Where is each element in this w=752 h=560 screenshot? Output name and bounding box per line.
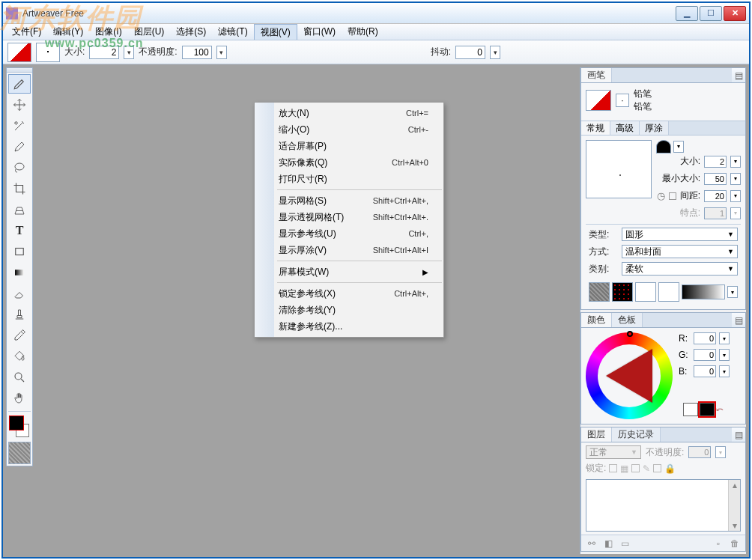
layer-list[interactable]: ▴▾ <box>586 479 741 532</box>
fg-chip[interactable] <box>683 403 698 416</box>
fg-color-swatch[interactable] <box>10 416 23 430</box>
b-label: B: <box>679 366 691 377</box>
menu-view[interactable]: 视图(V) <box>254 24 297 40</box>
brush-spacing-dd[interactable]: ▾ <box>730 190 741 202</box>
color-tab[interactable]: 色板 <box>612 313 643 327</box>
color-swatches[interactable] <box>8 415 31 439</box>
brush-size-input[interactable] <box>704 156 727 168</box>
menu-item[interactable]: 锁定参考线(X)Ctrl+Alt+, <box>255 285 443 302</box>
menu-help[interactable]: 帮助(R) <box>342 24 384 40</box>
texture-swatch-3[interactable] <box>635 282 656 302</box>
b-input[interactable] <box>694 365 716 377</box>
tool-text[interactable]: T <box>8 221 31 240</box>
menu-item[interactable]: 显示参考线(U)Ctrl+, <box>255 225 443 242</box>
brush-preset-swatch[interactable] <box>7 43 31 62</box>
tool-stamp[interactable] <box>8 305 31 324</box>
tool-pencil[interactable] <box>8 137 31 156</box>
tip-shape-icon[interactable] <box>656 140 671 153</box>
menu-item[interactable]: 打印尺寸(R) <box>255 171 443 187</box>
menu-item[interactable]: 适合屏幕(P) <box>255 138 443 154</box>
tool-crop[interactable] <box>8 179 31 198</box>
tool-brush[interactable] <box>8 74 31 94</box>
swap-colors-icon[interactable]: ⤺ <box>716 404 724 415</box>
hue-indicator[interactable] <box>627 331 633 337</box>
maximize-button[interactable]: ☐ <box>700 6 722 21</box>
tip-dropdown[interactable]: ▾ <box>673 141 684 153</box>
menu-file[interactable]: 文件(F) <box>6 24 47 40</box>
layer-tab[interactable]: 历史记录 <box>612 427 661 442</box>
tool-move[interactable] <box>8 95 31 115</box>
menu-item[interactable]: 屏幕模式(W)▶ <box>255 264 443 280</box>
tool-gradient[interactable] <box>8 263 31 282</box>
g-dd[interactable]: ▾ <box>719 349 730 361</box>
r-dd[interactable]: ▾ <box>719 332 730 344</box>
layer-scrollbar[interactable]: ▴▾ <box>728 480 740 531</box>
layer-panel-menu-icon[interactable]: ▤ <box>732 427 745 442</box>
brush-subtab[interactable]: 厚涂 <box>640 121 669 135</box>
brush-spacing-input[interactable] <box>704 190 727 202</box>
tool-shape[interactable] <box>8 242 31 261</box>
brush-minsize-dd[interactable]: ▾ <box>730 173 741 185</box>
texture-swatch-2[interactable] <box>612 282 633 302</box>
category-combo[interactable]: 柔软▼ <box>622 262 738 276</box>
brush-preview[interactable] <box>586 90 611 111</box>
bg-chip[interactable] <box>700 403 715 416</box>
g-input[interactable] <box>694 349 716 361</box>
b-dd[interactable]: ▾ <box>719 365 730 377</box>
size-dropdown[interactable]: ▾ <box>124 46 134 59</box>
menu-filter[interactable]: 滤镜(T) <box>212 24 253 40</box>
tool-lasso[interactable] <box>8 158 31 177</box>
menu-edit[interactable]: 编辑(Y) <box>47 24 89 40</box>
menu-item[interactable]: 新建参考线(Z)... <box>255 318 443 335</box>
opacity-dropdown[interactable]: ▾ <box>216 46 227 59</box>
tab-brush[interactable]: 画笔 <box>581 68 612 82</box>
tool-zoom[interactable] <box>8 368 31 387</box>
jitter-input[interactable] <box>455 46 485 59</box>
menu-item[interactable]: 显示透视网格(T)Shift+Ctrl+Alt+. <box>255 209 443 225</box>
menu-layer[interactable]: 图层(U) <box>128 24 171 40</box>
menu-item[interactable]: 清除参考线(Y) <box>255 302 443 318</box>
tool-hand[interactable] <box>8 389 31 408</box>
brush-subtab[interactable]: 高级 <box>610 121 640 135</box>
type-combo[interactable]: 圆形▼ <box>622 228 738 241</box>
r-input[interactable] <box>694 332 716 344</box>
tool-dropper[interactable] <box>8 326 31 345</box>
menu-item[interactable]: 显示厚涂(V)Shift+Ctrl+Alt+I <box>255 242 443 258</box>
jitter-dropdown[interactable]: ▾ <box>490 46 500 59</box>
tool-wand[interactable] <box>8 116 31 136</box>
color-panel-menu-icon[interactable]: ▤ <box>732 313 745 327</box>
color-wheel[interactable] <box>586 332 673 419</box>
brush-size-dd[interactable]: ▾ <box>730 156 741 168</box>
tool-eraser[interactable] <box>8 284 31 303</box>
layer-tab[interactable]: 图层 <box>581 427 612 442</box>
size-input[interactable] <box>89 46 119 59</box>
brush-tip-swatch[interactable] <box>36 43 60 62</box>
menu-item[interactable]: 显示网格(S)Shift+Ctrl+Alt+, <box>255 192 443 209</box>
brush-panel-menu-icon[interactable]: ▤ <box>732 68 745 82</box>
method-combo[interactable]: 温和封面▼ <box>622 245 738 258</box>
texture-swatch[interactable] <box>8 442 31 464</box>
brush-tip-preview[interactable]: · <box>616 94 629 107</box>
texture-swatch-1[interactable] <box>589 282 610 302</box>
texture-swatch-4[interactable] <box>658 282 679 302</box>
minimize-button[interactable]: ▁ <box>676 6 698 21</box>
brush-minsize-input[interactable] <box>704 173 727 185</box>
lock-transparency-icon: ▦ <box>620 463 628 474</box>
tool-perspective[interactable] <box>8 200 31 219</box>
close-button[interactable]: ✕ <box>724 6 746 21</box>
menu-select[interactable]: 选择(S) <box>170 24 212 40</box>
menu-item[interactable]: 实际像素(Q)Ctrl+Alt+0 <box>255 154 443 171</box>
gradient-dd[interactable]: ▾ <box>727 286 738 298</box>
opacity-input[interactable] <box>182 46 212 59</box>
gradient-bar[interactable] <box>682 284 725 299</box>
menu-window[interactable]: 窗口(W) <box>297 24 342 40</box>
menu-item[interactable]: 放大(N)Ctrl+= <box>255 105 443 121</box>
spacing-checkbox[interactable] <box>669 192 676 200</box>
brush-big-preview[interactable] <box>586 140 652 198</box>
brush-subtab[interactable]: 常规 <box>581 121 610 135</box>
menu-item[interactable]: 缩小(O)Ctrl+- <box>255 121 443 138</box>
menu-image[interactable]: 图像(I) <box>89 24 127 40</box>
palette-handle[interactable] <box>7 68 32 73</box>
tool-paint-bucket[interactable] <box>8 347 31 366</box>
color-tab[interactable]: 颜色 <box>581 313 612 327</box>
